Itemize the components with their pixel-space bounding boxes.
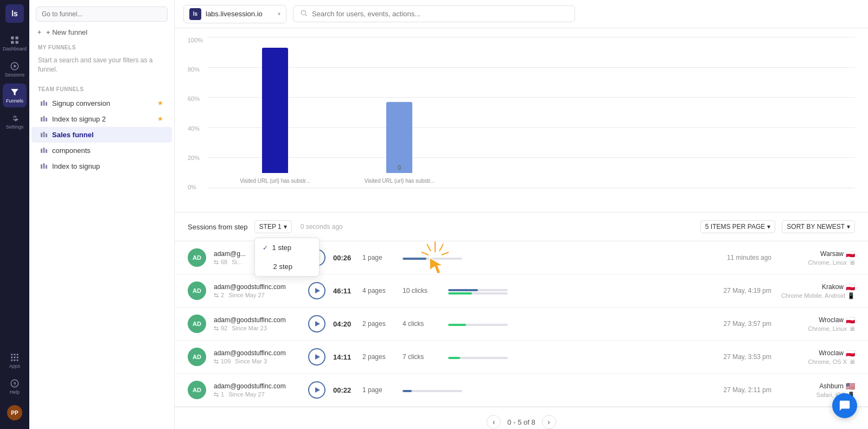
sidebar-item-sales-funnel[interactable]: Sales funnel bbox=[31, 127, 172, 143]
chevron-step-icon: ▾ bbox=[284, 223, 287, 230]
session-email: adam@goodstuffinc.com bbox=[214, 349, 301, 357]
session-row[interactable]: AD adam@goodstuffinc.com ⇆109Since Mar 3… bbox=[175, 341, 868, 374]
step-selector[interactable]: STEP 1 ▾ bbox=[254, 220, 292, 233]
user-avatar[interactable]: PP bbox=[3, 401, 27, 425]
checkmark-icon: ✓ bbox=[263, 244, 268, 252]
play-button[interactable] bbox=[308, 315, 326, 332]
session-clicks: 10 clicks bbox=[403, 287, 441, 294]
main-content: ls labs.livesession.io ▾ 100% 80% 60% 40… bbox=[175, 0, 868, 429]
step-option-label: 2 step bbox=[273, 262, 292, 271]
nav-item-funnels[interactable]: Funnels bbox=[3, 84, 27, 107]
step-option-2[interactable]: 2 step bbox=[255, 257, 319, 276]
session-time: 27 May, 4:19 pm bbox=[706, 287, 771, 294]
svg-rect-18 bbox=[46, 102, 47, 106]
session-user: adam@goodstuffinc.com ⇆2Since May 27 bbox=[214, 283, 301, 299]
session-row[interactable]: AD adam@goodstuffinc.com ⇆92Since Mar 23… bbox=[175, 308, 868, 341]
sidebar-item-text: Sales funnel bbox=[52, 131, 163, 139]
avatar: AD bbox=[188, 248, 206, 267]
play-icon bbox=[10, 61, 20, 71]
svg-rect-26 bbox=[43, 148, 45, 153]
session-email: adam@goodstuffinc.com bbox=[214, 283, 301, 291]
session-duration: 00:26 bbox=[333, 254, 355, 262]
sidebar-item-components[interactable]: components bbox=[31, 143, 172, 158]
workspace-selector[interactable]: ls labs.livesession.io ▾ bbox=[183, 5, 286, 23]
pagination: ‹ 0 - 5 of 8 › bbox=[175, 407, 868, 429]
flag-icon: 🇺🇸 bbox=[846, 382, 855, 390]
help-icon bbox=[10, 379, 20, 388]
sidebar-item-text: Signup conversion bbox=[52, 99, 153, 107]
location-city: Wroclaw 🇵🇱 bbox=[779, 316, 855, 324]
step-selector-wrapper: STEP 1 ▾ ✓ 1 step 2 step bbox=[254, 220, 292, 233]
search-icon bbox=[300, 9, 308, 18]
sort-selector[interactable]: SORT BY NEWEST ▾ bbox=[782, 220, 855, 233]
svg-marker-38 bbox=[430, 258, 443, 274]
play-button[interactable] bbox=[308, 282, 326, 299]
sidebar-item-index-signup[interactable]: Index to signup bbox=[31, 158, 172, 174]
top-header: ls labs.livesession.io ▾ bbox=[175, 0, 868, 28]
avatar: AD bbox=[188, 315, 206, 333]
chat-button[interactable] bbox=[832, 393, 857, 418]
nav-item-sessions[interactable]: Sessions bbox=[3, 57, 27, 81]
svg-marker-5 bbox=[14, 65, 17, 68]
svg-rect-23 bbox=[43, 132, 45, 137]
nav-item-help[interactable]: Help bbox=[3, 375, 27, 399]
nav-item-apps[interactable]: Apps bbox=[3, 349, 27, 373]
svg-rect-22 bbox=[41, 133, 42, 137]
svg-line-34 bbox=[439, 244, 443, 251]
session-row[interactable]: AD adam@goodstuffinc.com ⇆2Since May 27 … bbox=[175, 274, 868, 308]
session-duration: 14:11 bbox=[333, 353, 355, 361]
funnel-bar-icon bbox=[40, 131, 48, 138]
session-location: Wroclaw 🇵🇱 Chrome, OS X 🖥 bbox=[779, 349, 855, 365]
items-per-page-selector[interactable]: 5 ITEMS PER PAGE ▾ bbox=[700, 220, 775, 233]
play-button[interactable] bbox=[308, 348, 326, 366]
session-row[interactable]: AD adam@goodstuffinc.com ⇆1Since May 27 … bbox=[175, 374, 868, 407]
session-meta: ⇆109Since Mar 3 bbox=[214, 358, 301, 365]
svg-rect-1 bbox=[16, 36, 18, 39]
funnel-bar-icon bbox=[40, 162, 48, 170]
location-name: Warsaw bbox=[820, 250, 844, 258]
session-duration: 46:11 bbox=[333, 287, 355, 295]
star-icon: ★ bbox=[157, 115, 163, 123]
location-name: Wroclaw bbox=[819, 316, 844, 324]
search-bar bbox=[293, 5, 575, 22]
team-funnels-label: TEAM FUNNELS bbox=[29, 82, 174, 95]
session-user: adam@goodstuffinc.com ⇆109Since Mar 3 bbox=[214, 349, 301, 365]
nav-item-settings[interactable]: Settings bbox=[3, 110, 27, 133]
location-browser: Chrome Mobile, Android 📱 bbox=[779, 292, 855, 299]
workspace-name: labs.livesession.io bbox=[206, 10, 273, 18]
avatar: AD bbox=[188, 381, 206, 399]
play-button[interactable] bbox=[308, 381, 326, 399]
session-clicks: 4 clicks bbox=[403, 320, 441, 328]
session-user: adam@goodstuffinc.com ⇆1Since May 27 bbox=[214, 382, 301, 398]
apps-icon bbox=[10, 353, 20, 362]
svg-rect-2 bbox=[11, 41, 14, 44]
svg-rect-30 bbox=[46, 165, 47, 169]
session-email: adam@goodstuffinc.com bbox=[214, 382, 301, 390]
sidebar-item-index-signup2[interactable]: Index to signup 2 ★ bbox=[31, 111, 172, 127]
grid-icon bbox=[10, 35, 20, 45]
search-input[interactable] bbox=[312, 10, 568, 18]
sidebar-item-signup-conversion[interactable]: Signup conversion ★ bbox=[31, 95, 172, 111]
svg-marker-41 bbox=[315, 321, 320, 326]
session-location: Krakow 🇵🇱 Chrome Mobile, Android 📱 bbox=[779, 283, 855, 299]
nav-item-dashboard[interactable]: Dashboard bbox=[3, 31, 27, 55]
svg-rect-24 bbox=[46, 133, 47, 137]
step-option-1[interactable]: ✓ 1 step bbox=[255, 238, 319, 257]
svg-rect-14 bbox=[17, 360, 18, 361]
new-funnel-button[interactable]: ＋ + New funnel bbox=[36, 27, 168, 37]
funnel-search-input[interactable] bbox=[36, 7, 168, 22]
nav-apps-label: Apps bbox=[9, 363, 21, 369]
location-city: Warsaw 🇵🇱 bbox=[779, 249, 855, 258]
svg-rect-3 bbox=[16, 41, 18, 44]
prev-page-button[interactable]: ‹ bbox=[487, 415, 501, 429]
svg-rect-29 bbox=[43, 163, 45, 169]
flag-icon: 🇵🇱 bbox=[846, 283, 855, 291]
chart-bars: Visited URL (url) has substr... 0 bbox=[240, 37, 435, 188]
next-page-button[interactable]: › bbox=[542, 415, 556, 429]
session-meta: ⇆2Since May 27 bbox=[214, 292, 301, 299]
sessions-header: Sessions from step STEP 1 ▾ ✓ 1 step 2 s… bbox=[175, 213, 868, 241]
star-icon: ★ bbox=[157, 99, 163, 107]
bar-2-value: 0 bbox=[398, 165, 401, 171]
funnel-bar-icon bbox=[40, 99, 48, 107]
svg-point-15 bbox=[11, 380, 18, 387]
